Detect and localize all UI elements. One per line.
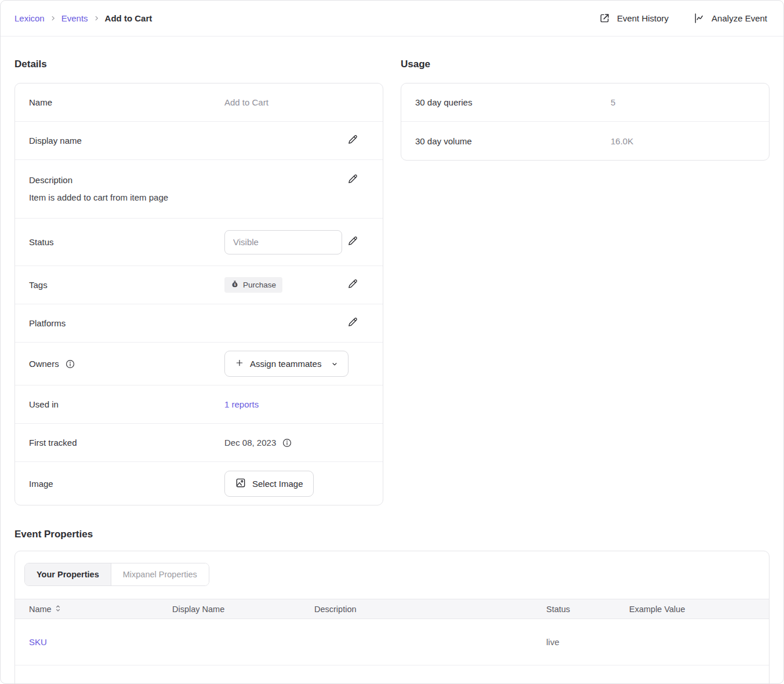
select-image-label: Select Image <box>252 479 303 489</box>
first-tracked-value: Dec 08, 2023 <box>224 438 276 447</box>
queries-label: 30 day queries <box>415 97 611 107</box>
status-label: Status <box>29 237 224 247</box>
owners-label: Owners <box>29 359 59 369</box>
edit-description-button[interactable] <box>347 173 358 187</box>
volume-label: 30 day volume <box>415 136 611 146</box>
property-description <box>300 665 532 684</box>
event-properties-card: Your Properties Mixpanel Properties Name <box>14 551 770 684</box>
external-link-icon <box>598 12 611 24</box>
money-bag-icon: $ <box>231 280 239 290</box>
property-link-sku[interactable]: SKU <box>29 637 47 647</box>
detail-row-platforms: Platforms <box>15 304 383 343</box>
name-column-label: Name <box>29 605 52 614</box>
property-display-name <box>158 619 300 665</box>
column-header-example-value: Example Value <box>615 599 769 619</box>
detail-row-description: Description Item is added to cart from i… <box>15 160 383 219</box>
analyze-event-button[interactable]: Analyze Event <box>693 12 767 24</box>
tab-mixpanel-properties[interactable]: Mixpanel Properties <box>111 563 209 585</box>
pencil-icon <box>347 173 358 187</box>
used-in-reports-link[interactable]: 1 reports <box>224 399 259 409</box>
column-header-status: Status <box>532 599 615 619</box>
assign-teammates-label: Assign teammates <box>250 359 321 369</box>
edit-display-name-button[interactable] <box>347 134 358 147</box>
topbar: Lexicon Events Add to Cart Event Hist <box>1 1 783 37</box>
event-history-label: Event History <box>617 13 669 23</box>
status-input[interactable] <box>224 230 342 254</box>
first-tracked-label: First tracked <box>29 438 224 447</box>
detail-row-tags: Tags $ Purchase <box>15 266 383 304</box>
tag-chip-purchase[interactable]: $ Purchase <box>224 277 282 293</box>
topbar-actions: Event History Analyze Event <box>598 12 767 24</box>
detail-row-used-in: Used in 1 reports <box>15 385 383 424</box>
property-status: live <box>532 619 615 665</box>
details-card: Name Add to Cart Display name <box>14 83 383 505</box>
detail-row-display-name: Display name <box>15 122 383 160</box>
chevron-right-icon <box>50 15 56 21</box>
detail-row-name: Name Add to Cart <box>15 83 383 122</box>
property-example-value <box>615 619 769 665</box>
image-icon <box>235 477 246 490</box>
chevron-right-icon <box>93 15 100 21</box>
edit-tags-button[interactable] <box>347 278 358 292</box>
detail-row-image: Image Select Image <box>15 462 383 505</box>
details-title: Details <box>14 59 383 70</box>
property-description <box>300 619 532 665</box>
event-properties-section: Event Properties Your Properties Mixpane… <box>14 529 770 684</box>
event-history-button[interactable]: Event History <box>598 12 669 24</box>
usage-row-queries: 30 day queries 5 <box>401 83 769 122</box>
breadcrumb-events[interactable]: Events <box>61 13 88 23</box>
plus-icon <box>235 358 244 369</box>
used-in-label: Used in <box>29 399 224 409</box>
properties-table: Name Display Name Description <box>15 599 769 684</box>
column-header-name[interactable]: Name <box>15 599 158 619</box>
main-content: Details Name Add to Cart Display name <box>1 37 783 684</box>
description-label: Description <box>29 175 224 185</box>
tab-your-properties[interactable]: Your Properties <box>25 563 111 585</box>
property-status: live <box>532 665 615 684</box>
properties-tabs: Your Properties Mixpanel Properties <box>24 563 209 586</box>
edit-platforms-button[interactable] <box>347 316 358 330</box>
pencil-icon <box>347 134 358 147</box>
queries-value: 5 <box>611 97 745 107</box>
detail-row-owners: Owners <box>15 343 383 385</box>
usage-row-volume: 30 day volume 16.0K <box>401 122 769 160</box>
event-properties-title: Event Properties <box>14 529 770 540</box>
pencil-icon <box>347 316 358 330</box>
platforms-label: Platforms <box>29 318 224 328</box>
table-row: Scroll % live <box>15 665 769 684</box>
select-image-button[interactable]: Select Image <box>224 471 314 497</box>
tags-label: Tags <box>29 280 224 290</box>
breadcrumb-lexicon[interactable]: Lexicon <box>14 13 45 23</box>
owners-info-icon[interactable] <box>65 359 75 369</box>
name-value: Add to Cart <box>224 97 358 107</box>
name-label: Name <box>29 97 224 107</box>
table-header-row: Name Display Name Description <box>15 599 769 619</box>
edit-status-button[interactable] <box>347 235 358 249</box>
usage-card: 30 day queries 5 30 day volume 16.0K <box>401 83 770 161</box>
lexicon-event-detail-page: Lexicon Events Add to Cart Event Hist <box>0 0 784 684</box>
line-chart-icon <box>693 12 705 24</box>
assign-teammates-button[interactable]: Assign teammates <box>224 351 349 377</box>
first-tracked-info-icon[interactable] <box>282 438 292 448</box>
property-display-name <box>158 665 300 684</box>
table-row: SKU live <box>15 619 769 665</box>
image-label: Image <box>29 479 224 489</box>
detail-row-first-tracked: First tracked Dec 08, 2023 <box>15 424 383 462</box>
breadcrumb: Lexicon Events Add to Cart <box>14 13 152 23</box>
chevron-down-icon <box>331 361 338 368</box>
breadcrumb-current: Add to Cart <box>105 13 153 23</box>
pencil-icon <box>347 278 358 292</box>
volume-value: 16.0K <box>611 136 745 146</box>
usage-title: Usage <box>401 59 770 70</box>
details-section: Details Name Add to Cart Display name <box>14 37 383 505</box>
pencil-icon <box>347 235 358 249</box>
sort-icon <box>55 605 61 614</box>
analyze-event-label: Analyze Event <box>712 13 767 23</box>
display-name-label: Display name <box>29 136 224 145</box>
detail-row-status: Status <box>15 219 383 266</box>
property-example-value <box>615 665 769 684</box>
usage-section: Usage 30 day queries 5 30 day volume 16.… <box>401 37 770 161</box>
column-header-display-name: Display Name <box>158 599 300 619</box>
column-header-description: Description <box>300 599 532 619</box>
description-value: Item is added to cart from item page <box>29 192 358 203</box>
